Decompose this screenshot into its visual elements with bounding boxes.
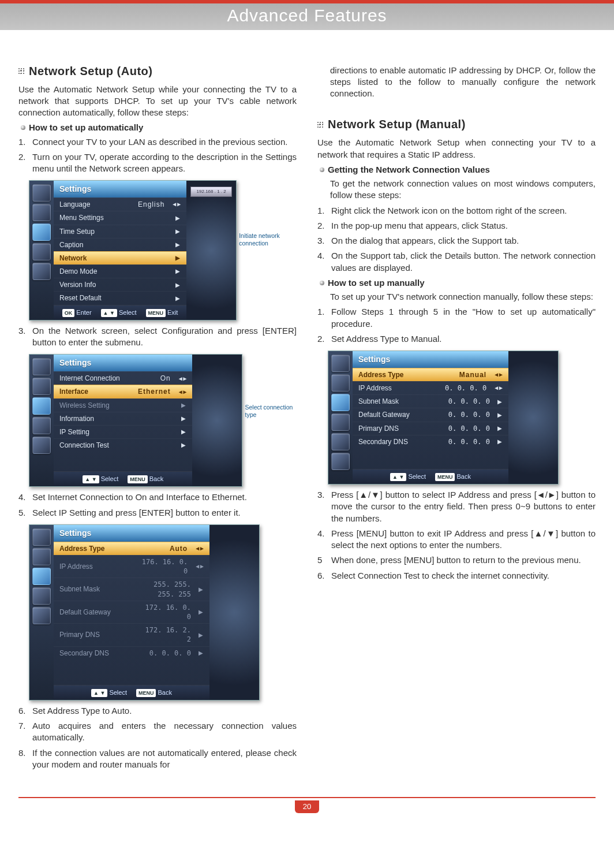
osd-tab-icon[interactable] [331,394,350,411]
osd-tab-icon[interactable] [32,548,51,565]
left-right-icon: ◄► [178,375,187,383]
osd-tab-icon[interactable] [32,223,51,241]
osd-menu-item[interactable]: Connection Test▶ [54,438,192,452]
osd-tab-icon[interactable] [32,568,51,585]
step-text: Connect your TV to your LAN as described… [32,136,287,148]
osd-tab-icon[interactable] [32,528,51,546]
osd-item-label: Language [59,200,134,209]
menu-key: MENU [146,309,166,317]
foot-label: Select [109,689,127,696]
osd-tab-icon[interactable] [32,204,51,221]
osd-menu-item[interactable]: Caption▶ [54,238,186,251]
osd-menu-item[interactable]: IP Setting▶ [54,425,192,438]
dot-icon [320,281,324,285]
osd-tab-icon[interactable] [331,413,350,431]
osd-menu-item[interactable]: InterfaceEthernet◄► [54,385,192,398]
osd-tab-icon[interactable] [331,355,350,372]
osd-menu-item[interactable]: Default Gateway0. 0. 0. 0▶ [353,408,508,421]
osd-tab-icon[interactable] [331,453,350,470]
osd-tab-icon[interactable] [32,358,51,375]
chevron-right-icon: ▶ [181,441,186,449]
chevron-right-icon: ▶ [198,649,204,657]
chevron-right-icon: ▶ [181,415,186,423]
osd-item-label: Default Gateway [358,410,433,419]
osd-tab-icon[interactable] [32,397,51,415]
step-5: 5.Select IP Setting and press [ENTER] bu… [18,507,297,519]
continuation-text: directions to enable automatic IP addres… [317,65,596,100]
osd-item-label: Information [59,414,134,423]
osd-menu-item[interactable]: Internet ConnectionOn◄► [54,371,192,385]
preview-thumb: 192.168 . 1 . 2 [190,187,232,197]
osd-menu-item[interactable]: Secondary DNS0. 0. 0. 0▶ [353,435,508,448]
heading-network-auto: Network Setup (Auto) [18,64,297,79]
step-text: Follow Steps 1 through 5 in the "How to … [331,306,596,330]
osd-menu-item[interactable]: Address TypeManual◄► [353,368,508,381]
page-banner: Advanced Features [0,3,614,30]
osd-menu-item[interactable]: Wireless Setting▶ [54,398,192,412]
osd-menu-item[interactable]: Subnet Mask0. 0. 0. 0▶ [353,394,508,408]
left-right-icon: ◄► [178,388,187,396]
chevron-right-icon: ▶ [175,254,181,262]
osd-tab-icon[interactable] [331,374,350,392]
step-text: When done, press [MENU] button to return… [331,554,581,566]
page-body: Network Setup (Auto) Use the Automatic N… [0,30,614,774]
osd-tab-icon[interactable] [32,243,51,260]
osd-menu-item[interactable]: Default Gateway172. 16. 0. 0▶ [54,601,209,623]
osd-settings-main: Settings LanguageEnglish◄►Menu Settings▶… [29,180,297,321]
chevron-right-icon: ▶ [198,608,204,616]
osd-tab-icon[interactable] [32,437,51,454]
step-text: Auto acquires and enters the necessary c… [32,720,297,744]
osd-menu-item[interactable]: Subnet Mask255. 255. 255. 255▶ [54,578,209,600]
chevron-right-icon: ▶ [181,401,186,409]
mstep-2: 2.In the pop-up menu that appears, click… [317,220,596,232]
step-2: 2.Turn on your TV, operate according to … [18,151,297,175]
osd-menu-item[interactable]: Reset Default▶ [54,291,186,304]
osd-menu-item[interactable]: Time Setup▶ [54,225,186,238]
updown-key: ▲ ▼ [83,475,99,483]
osd-tab-icon[interactable] [32,184,51,202]
osd-tab-icon[interactable] [32,417,51,434]
foot-label: Back [456,473,470,480]
step-4: 4.Set Internet Connection to On and Inte… [18,491,297,503]
updown-key: ▲ ▼ [91,689,107,697]
osd-title: Settings [353,351,508,368]
osd-item-label: Version Info [59,280,134,289]
step-text: Set Address Type to Auto. [32,705,132,717]
step-text: Turn on your TV, operate according to th… [32,151,297,175]
osd-menu-item[interactable]: Version Info▶ [54,278,186,291]
osd-tab-icon[interactable] [32,378,51,395]
osd-tab-icon[interactable] [32,587,51,605]
chevron-right-icon: ▶ [497,411,503,419]
osd-menu-item[interactable]: Primary DNS172. 16. 2. 2▶ [54,623,209,646]
chevron-right-icon: ▶ [175,295,181,303]
osd-menu-item[interactable]: IP Address176. 16. 0. 0◄► [54,555,209,578]
foot-label: Back [158,689,171,696]
osd-menu-item[interactable]: Demo Mode▶ [54,265,186,278]
osd-menu-item[interactable]: LanguageEnglish◄► [54,198,186,211]
osd-item-value: 255. 255. 255. 255 [138,580,194,598]
heading-bullet-icon [18,68,24,74]
osd-footer: ▲ ▼Select MENUBack [54,471,192,486]
chevron-right-icon: ▶ [198,586,204,594]
osd-tab-icon[interactable] [331,433,350,450]
osd-item-label: Secondary DNS [59,649,134,658]
osd-menu-item[interactable]: Network▶ [54,251,186,265]
osd-menu-item[interactable]: Secondary DNS0. 0. 0. 0▶ [54,646,209,660]
osd-tab-icon[interactable] [32,263,51,280]
step-3: 3.On the Network screen, select Configur… [18,325,297,349]
subhead-text: Getting the Network Connection Values [328,164,490,176]
osd-tab-icon[interactable] [32,607,51,624]
subhead-text: How to set up manually [328,277,425,289]
osd-menu-item[interactable]: Menu Settings▶ [54,211,186,224]
osd-menu-item[interactable]: Information▶ [54,412,192,425]
osd-menu-item[interactable]: Address TypeAuto◄► [54,542,209,555]
osd-menu-item[interactable]: IP Address0. 0. 0. 0◄► [353,381,508,394]
subhead-how-manual: How to set up manually [320,277,596,289]
osd-sidebar [328,351,353,484]
heading-bullet-icon [317,122,323,128]
chevron-right-icon: ▶ [198,631,204,639]
chevron-right-icon: ▶ [181,428,186,436]
osd-item-label: Time Setup [59,227,134,236]
footer-bar [18,797,596,798]
osd-menu-item[interactable]: Primary DNS0. 0. 0. 0▶ [353,422,508,435]
